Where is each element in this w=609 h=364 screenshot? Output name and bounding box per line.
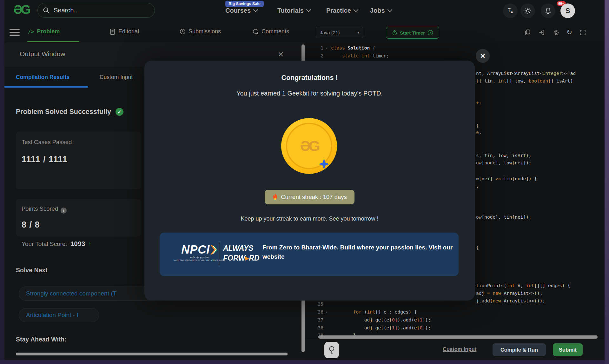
nav-menu-courses[interactable]: Courses bbox=[225, 0, 257, 21]
code-line[interactable]: 37 adj.get(e[0]).add(e[1]); bbox=[306, 317, 605, 325]
editor-horizontal-scrollbar[interactable] bbox=[318, 335, 598, 339]
reset-code-button[interactable]: ↻ bbox=[565, 28, 574, 37]
output-close-icon[interactable]: × bbox=[278, 49, 284, 60]
clock-icon bbox=[180, 29, 186, 35]
theme-toggle-button[interactable] bbox=[520, 3, 535, 18]
check-circle-icon: ✓ bbox=[116, 108, 123, 116]
npci-tagline: ALWAYS FORW▸RD bbox=[223, 243, 260, 263]
fold-caret-icon[interactable]: ▾ bbox=[325, 310, 327, 314]
avatar[interactable]: S bbox=[560, 3, 575, 18]
code-line[interactable]: 38 adj.get(e[1]).add(e[0]); bbox=[306, 325, 605, 333]
translate-button[interactable]: ŦA bbox=[503, 3, 518, 18]
chevron-down-icon bbox=[354, 7, 359, 12]
npci-chevron-icon bbox=[210, 245, 217, 255]
hamburger-menu-button[interactable] bbox=[10, 27, 20, 37]
hint-button[interactable] bbox=[324, 342, 339, 358]
search-input[interactable]: Search... bbox=[37, 3, 155, 18]
keep-up-text: Keep up your streak to earn more. See yo… bbox=[144, 215, 475, 222]
score-up-arrow-icon: ↑ bbox=[88, 241, 91, 248]
code-line[interactable]: 35 bbox=[306, 301, 605, 309]
output-window-title: Output Window bbox=[20, 50, 65, 58]
points-value: 8 / 8 bbox=[22, 220, 40, 230]
tab-editorial[interactable]: Editorial bbox=[110, 21, 139, 42]
tab-custom-input[interactable]: Custom Input bbox=[100, 69, 133, 85]
code-text: adj.get(e[1]).add(e[0]); bbox=[331, 325, 431, 330]
copy-code-button[interactable] bbox=[523, 28, 532, 37]
tab-compilation-results[interactable]: Compilation Results bbox=[16, 69, 70, 85]
document-icon bbox=[110, 29, 116, 35]
tab-comments[interactable]: Comments bbox=[253, 21, 289, 42]
start-timer-button[interactable]: Start Timer bbox=[386, 27, 439, 39]
congratulations-modal: Congratulations ! You just earned 1 Geek… bbox=[144, 61, 475, 301]
line-number: 1 bbox=[306, 45, 323, 50]
code-line[interactable]: 2 static int timer; bbox=[306, 53, 605, 61]
code-line[interactable]: 36▾ for (int[] e : edges) { bbox=[306, 309, 605, 317]
line-number: 36 bbox=[306, 309, 323, 314]
points-label: Points Scoredi bbox=[22, 205, 67, 214]
chevron-down-icon: ▾ bbox=[357, 30, 359, 35]
page-scrollbar[interactable] bbox=[605, 0, 609, 364]
code-line[interactable]: 1▾class Solution { bbox=[306, 45, 605, 53]
npci-message: From Zero to Bharat-Wide. Build where yo… bbox=[262, 243, 453, 261]
modal-title: Congratulations ! bbox=[144, 74, 475, 82]
bell-icon bbox=[544, 7, 552, 15]
code-slash-icon: /> bbox=[28, 29, 34, 35]
modal-close-button[interactable]: × bbox=[476, 49, 490, 63]
nav-menu-practice[interactable]: Practice bbox=[326, 0, 358, 21]
status-text: Problem Solved Successfully bbox=[16, 108, 111, 116]
gear-icon bbox=[553, 29, 559, 36]
test-cases-value: 1111 / 1111 bbox=[22, 155, 68, 164]
export-code-button[interactable] bbox=[537, 28, 546, 37]
left-panel-horizontal-scrollbar[interactable] bbox=[16, 353, 288, 355]
gfg-logo[interactable]: ƏG bbox=[13, 3, 29, 16]
modal-subtitle: You just earned 1 Geekbit for solving to… bbox=[144, 90, 475, 97]
code-line-fragment: w[nei] >= tin[node]) { bbox=[476, 176, 537, 184]
info-icon[interactable]: i bbox=[61, 208, 67, 214]
timer-icon bbox=[392, 30, 397, 36]
code-line-fragment: e; bbox=[476, 130, 481, 137]
compile-run-button[interactable]: Compile & Run bbox=[493, 343, 546, 356]
code-line-fragment: ; bbox=[476, 184, 479, 191]
nav-menu-tutorials[interactable]: Tutorials bbox=[277, 0, 310, 21]
code-line-fragment: s, tin, low, isArt); bbox=[476, 153, 532, 161]
search-icon bbox=[43, 7, 50, 14]
chevron-down-icon bbox=[253, 7, 258, 12]
streak-text: Current streak : 107 days bbox=[281, 194, 347, 201]
fold-caret-icon[interactable]: ▾ bbox=[325, 46, 327, 50]
notifications-button[interactable] bbox=[541, 3, 555, 18]
language-select[interactable]: Java (21) ▾ bbox=[316, 27, 363, 38]
page-edge-bottom bbox=[0, 360, 609, 364]
app-window: ƏG Search... Big Savings Sale Courses Tu… bbox=[4, 0, 605, 360]
total-score-label: Your Total Score: bbox=[22, 241, 67, 248]
solve-next-heading: Solve Next bbox=[16, 267, 48, 274]
code-text: adj.get(e[0]).add(e[1]); bbox=[331, 317, 431, 322]
chevron-down-icon bbox=[306, 7, 311, 12]
submit-button[interactable]: Submit bbox=[553, 343, 583, 356]
suggestion-strongly-connected[interactable]: Strongly connected component (T bbox=[19, 287, 162, 301]
code-line-fragment: j.add(new ArrayList<>()); bbox=[476, 298, 545, 306]
code-line-fragment: { bbox=[476, 245, 479, 253]
streak-pill: Current streak : 107 days bbox=[144, 190, 475, 204]
nav-menu-jobs[interactable]: Jobs bbox=[370, 0, 392, 21]
chevron-down-icon bbox=[387, 7, 392, 12]
code-line-fragment: adj = new ArrayList<>(); bbox=[476, 291, 543, 298]
geekbit-coin: ƏG bbox=[281, 118, 337, 174]
tab-problem[interactable]: /> Problem bbox=[28, 21, 60, 42]
fullscreen-button[interactable] bbox=[578, 28, 587, 37]
gfg-coin-logo: ƏG bbox=[300, 137, 318, 155]
settings-button[interactable] bbox=[552, 28, 560, 37]
fullscreen-icon bbox=[580, 30, 586, 36]
npci-ad-banner[interactable]: NPCI भारतीय राष्ट्रीय भुगतान निगम NATION… bbox=[160, 233, 459, 276]
npci-subtext: NATIONAL PAYMENTS CORPORATION OF INDIA bbox=[174, 259, 225, 261]
code-text: class Solution { bbox=[331, 45, 375, 50]
tab-submissions[interactable]: Submissions bbox=[180, 21, 221, 42]
code-line-fragment: nt, ArrayList<ArrayList<Integer>> ad bbox=[476, 71, 576, 78]
npci-hindi-subtext: भारतीय राष्ट्रीय भुगतान निगम bbox=[190, 256, 209, 259]
custom-input-link[interactable]: Custom Input bbox=[443, 346, 476, 352]
forward-arrow-icon: ▸ bbox=[245, 254, 249, 262]
code-text: static int timer; bbox=[331, 53, 389, 58]
test-cases-card: Test Cases Passed 1111 / 1111 bbox=[16, 132, 141, 189]
close-icon: × bbox=[480, 51, 485, 61]
export-icon bbox=[539, 29, 545, 36]
suggestion-articulation-point[interactable]: Articulation Point - I bbox=[19, 308, 99, 322]
